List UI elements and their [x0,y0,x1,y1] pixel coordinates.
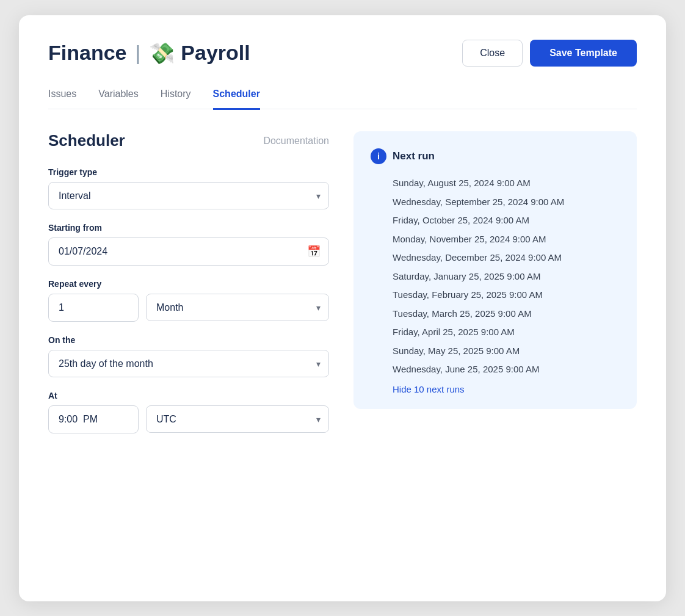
time-input-wrapper [48,405,139,433]
time-input[interactable] [48,405,139,433]
repeat-unit-select-wrapper: Month Week Day Hour ▾ [146,294,329,322]
at-field: At UTC EST PST CST ▾ [48,391,329,433]
on-the-label: On the [48,335,329,345]
next-run-title: Next run [393,150,435,162]
repeat-every-label: Repeat every [48,279,329,289]
starting-from-field: Starting from 📅 [48,223,329,266]
tab-bar: Issues Variables History Scheduler [48,89,637,110]
date-input-wrapper: 📅 [48,237,329,266]
save-template-button[interactable]: Save Template [530,40,637,67]
list-item: Wednesday, June 25, 2025 9:00 AM [393,360,620,379]
left-column: Scheduler Documentation Trigger type Int… [48,131,329,447]
right-column: i Next run Sunday, August 25, 2024 9:00 … [353,131,637,447]
timezone-select[interactable]: UTC EST PST CST [146,405,329,433]
time-row: UTC EST PST CST ▾ [48,405,329,433]
tab-issues[interactable]: Issues [48,89,76,110]
documentation-link[interactable]: Documentation [263,136,329,147]
section-title: Scheduler [48,131,125,150]
on-the-select-wrapper: 25th day of the month 1st day of the mon… [48,350,329,377]
next-run-header: i Next run [371,148,620,164]
repeat-number-input[interactable] [48,294,139,322]
tab-history[interactable]: History [161,89,191,110]
timezone-select-wrapper: UTC EST PST CST ▾ [146,405,329,433]
hide-runs-link[interactable]: Hide 10 next runs [371,384,620,394]
content-area: Scheduler Documentation Trigger type Int… [48,131,637,447]
close-button[interactable]: Close [462,40,523,67]
repeat-number-wrapper [48,294,139,322]
repeat-every-field: Repeat every Month Week Day Hour ▾ [48,279,329,322]
list-item: Saturday, January 25, 2025 9:00 AM [393,267,620,286]
on-the-select[interactable]: 25th day of the month 1st day of the mon… [48,350,329,377]
list-item: Wednesday, December 25, 2024 9:00 AM [393,248,620,267]
list-item: Friday, October 25, 2024 9:00 AM [393,211,620,230]
page-title: Finance | 💸 Payroll [48,41,250,65]
list-item: Tuesday, February 25, 2025 9:00 AM [393,286,620,305]
trigger-type-label: Trigger type [48,167,329,177]
header-buttons: Close Save Template [462,40,637,67]
tab-scheduler[interactable]: Scheduler [213,89,260,110]
trigger-type-select-wrapper: Interval Cron Manual ▾ [48,182,329,209]
list-item: Wednesday, September 25, 2024 9:00 AM [393,193,620,212]
info-icon: i [371,148,386,164]
title-divider: | [135,41,140,65]
on-the-field: On the 25th day of the month 1st day of … [48,335,329,377]
starting-from-input[interactable] [48,237,329,266]
section-header: Scheduler Documentation [48,131,329,150]
title-part1: Finance [48,41,126,65]
header: Finance | 💸 Payroll Close Save Template [48,40,637,67]
repeat-row: Month Week Day Hour ▾ [48,294,329,322]
title-emoji: 💸 [149,41,175,65]
list-item: Monday, November 25, 2024 9:00 AM [393,230,620,249]
trigger-type-field: Trigger type Interval Cron Manual ▾ [48,167,329,209]
list-item: Friday, April 25, 2025 9:00 AM [393,323,620,342]
at-label: At [48,391,329,400]
tab-variables[interactable]: Variables [98,89,139,110]
repeat-unit-select[interactable]: Month Week Day Hour [146,294,329,321]
starting-from-label: Starting from [48,223,329,233]
trigger-type-select[interactable]: Interval Cron Manual [48,182,329,209]
list-item: Tuesday, March 25, 2025 9:00 AM [393,305,620,324]
next-run-panel: i Next run Sunday, August 25, 2024 9:00 … [353,131,637,409]
main-card: Finance | 💸 Payroll Close Save Template … [19,15,666,601]
run-list: Sunday, August 25, 2024 9:00 AMWednesday… [371,174,620,379]
list-item: Sunday, May 25, 2025 9:00 AM [393,342,620,361]
title-part2: Payroll [181,41,250,65]
list-item: Sunday, August 25, 2024 9:00 AM [393,174,620,193]
